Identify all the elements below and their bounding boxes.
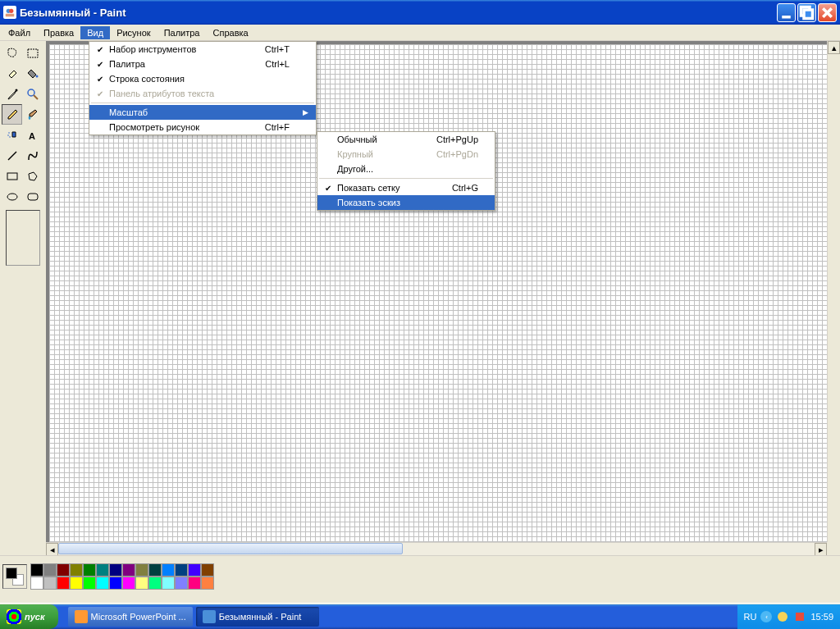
color-swatch[interactable] <box>135 563 148 577</box>
color-swatch[interactable] <box>188 577 201 590</box>
menu-file[interactable]: Файл <box>2 26 37 39</box>
clock[interactable]: 15:59 <box>810 612 833 622</box>
color-swatch[interactable] <box>57 563 70 577</box>
powerpoint-icon <box>75 610 88 623</box>
minimize-button[interactable] <box>777 3 796 22</box>
color-swatch[interactable] <box>122 577 135 590</box>
menu-item-view-bitmap[interactable]: Просмотреть рисунокCtrl+F <box>89 120 316 134</box>
toolbox: A <box>0 41 46 555</box>
tool-ellipse[interactable] <box>2 186 22 207</box>
current-colors[interactable] <box>2 564 27 589</box>
menu-item-statusbar[interactable]: ✔Строка состояния <box>89 71 316 86</box>
app-icon <box>3 6 16 19</box>
color-swatch[interactable] <box>30 563 43 577</box>
color-swatch[interactable] <box>57 577 70 590</box>
menu-item-show-thumbnail[interactable]: Показать эскиз <box>317 195 495 210</box>
menu-help[interactable]: Справка <box>207 26 255 39</box>
color-swatch[interactable] <box>70 563 83 577</box>
color-swatch[interactable] <box>83 563 96 577</box>
color-swatch[interactable] <box>148 563 162 577</box>
maximize-button[interactable] <box>797 3 816 22</box>
menu-item-text-toolbar: ✔Панель атрибутов текста <box>89 86 316 101</box>
menu-item-toolbox[interactable]: ✔Набор инструментовCtrl+T <box>89 42 316 57</box>
system-tray: RU ‹ 15:59 <box>737 604 840 629</box>
tool-airbrush[interactable] <box>2 125 22 145</box>
color-swatch[interactable] <box>109 563 122 577</box>
taskbar-item-paint[interactable]: Безымянный - Paint <box>196 607 319 627</box>
color-swatch[interactable] <box>43 563 57 577</box>
scroll-right-arrow[interactable]: ▸ <box>815 543 827 555</box>
color-swatch[interactable] <box>201 577 214 590</box>
scroll-thumb[interactable] <box>58 543 403 554</box>
color-swatch[interactable] <box>30 577 43 590</box>
tray-icon-1[interactable] <box>776 610 789 623</box>
color-swatch[interactable] <box>162 563 175 577</box>
color-swatch[interactable] <box>96 577 109 590</box>
color-swatch[interactable] <box>70 577 83 590</box>
zoom-submenu: ОбычныйCtrl+PgUp КрупныйCtrl+PgDn Другой… <box>317 131 495 211</box>
tool-line[interactable] <box>2 145 22 166</box>
scrollbar-vertical[interactable]: ▴ <box>827 41 840 542</box>
color-swatch[interactable] <box>162 577 175 590</box>
menu-item-show-grid[interactable]: ✔Показать сеткуCtrl+G <box>317 180 495 195</box>
menu-edit[interactable]: Правка <box>37 26 80 39</box>
menu-image[interactable]: Рисунок <box>110 26 158 39</box>
close-button[interactable] <box>818 3 837 22</box>
color-box <box>0 555 840 596</box>
tray-icon-2[interactable] <box>793 610 806 623</box>
scroll-up-arrow[interactable]: ▴ <box>828 41 840 54</box>
color-swatch[interactable] <box>201 563 214 577</box>
menu-view[interactable]: Вид <box>80 26 110 39</box>
tool-brush[interactable] <box>22 104 43 125</box>
svg-point-19 <box>7 194 17 200</box>
filler <box>0 596 840 603</box>
tool-fill[interactable] <box>22 63 43 84</box>
svg-point-13 <box>8 132 10 134</box>
scrollbar-horizontal[interactable]: ◂ ▸ <box>46 542 827 555</box>
menu-item-colorbox[interactable]: ✔ПалитраCtrl+L <box>89 57 316 71</box>
color-swatch[interactable] <box>148 577 162 590</box>
color-swatch[interactable] <box>175 563 188 577</box>
menu-item-zoom-large: КрупныйCtrl+PgDn <box>317 147 495 162</box>
tray-expand-icon[interactable]: ‹ <box>760 611 772 622</box>
language-indicator[interactable]: RU <box>744 612 757 622</box>
paint-icon <box>203 610 216 623</box>
menu-item-zoom-normal[interactable]: ОбычныйCtrl+PgUp <box>317 132 495 147</box>
color-swatch[interactable] <box>175 577 188 590</box>
tool-polygon[interactable] <box>22 166 43 186</box>
svg-point-15 <box>9 136 11 138</box>
window-title: Безымянный - Paint <box>20 7 777 19</box>
tool-rounded-rect[interactable] <box>22 186 43 207</box>
color-swatch[interactable] <box>188 563 201 577</box>
tool-magnify[interactable] <box>22 84 43 104</box>
tool-picker[interactable] <box>2 84 22 104</box>
color-swatch[interactable] <box>122 563 135 577</box>
color-swatch[interactable] <box>135 577 148 590</box>
menu-colors[interactable]: Палитра <box>158 26 207 39</box>
tool-pencil[interactable] <box>2 104 22 125</box>
menu-item-zoom-custom[interactable]: Другой... <box>317 162 495 176</box>
menu-item-zoom[interactable]: Масштаб▶ <box>89 105 316 120</box>
taskbar: пуск Microsoft PowerPoint ... Безымянный… <box>0 604 840 629</box>
color-swatch[interactable] <box>83 577 96 590</box>
scroll-left-arrow[interactable]: ◂ <box>46 543 58 555</box>
tool-rectangle[interactable] <box>2 166 22 186</box>
tool-rect-select[interactable] <box>22 43 43 63</box>
start-button[interactable]: пуск <box>0 604 58 629</box>
tool-free-select[interactable] <box>2 43 22 63</box>
color-swatch[interactable] <box>43 577 57 590</box>
color-swatch[interactable] <box>96 563 109 577</box>
svg-point-14 <box>7 134 9 136</box>
taskbar-item-powerpoint[interactable]: Microsoft PowerPoint ... <box>68 607 193 627</box>
svg-point-11 <box>28 89 34 96</box>
tool-options <box>6 210 40 266</box>
tool-curve[interactable] <box>22 145 43 166</box>
menubar: Файл Правка Вид Рисунок Палитра Справка <box>0 25 840 41</box>
tool-eraser[interactable] <box>2 63 22 84</box>
windows-logo-icon <box>7 609 21 624</box>
svg-line-17 <box>8 152 16 160</box>
color-swatch[interactable] <box>109 577 122 590</box>
svg-point-2 <box>9 9 13 13</box>
tool-text[interactable]: A <box>22 125 43 145</box>
color-palette <box>30 563 214 590</box>
